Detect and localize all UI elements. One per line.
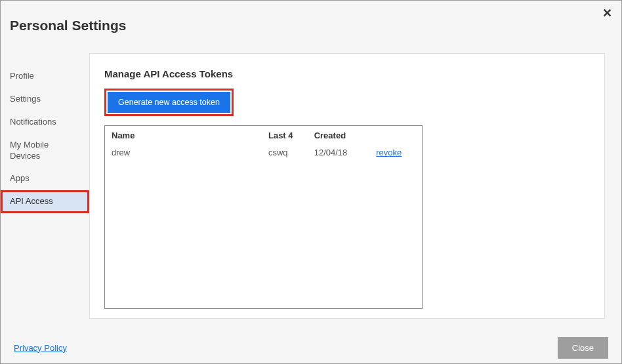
header-created: Created [314,131,377,140]
sidebar-item-api-access[interactable]: API Access [1,190,89,213]
page-title: Personal Settings [1,1,621,33]
sidebar-item-profile[interactable]: Profile [1,65,89,88]
sidebar-item-notifications[interactable]: Notifications [1,111,89,134]
header-action [376,131,415,140]
token-name: drew [112,148,268,157]
close-icon[interactable]: ✕ [602,6,612,20]
sidebar-item-apps[interactable]: Apps [1,167,89,190]
personal-settings-modal: ✕ Personal Settings Profile Settings Not… [1,1,621,363]
generate-button-highlight: Generate new access token [104,89,234,116]
sidebar-item-my-mobile-devices[interactable]: My Mobile Devices [1,134,89,168]
generate-token-button[interactable]: Generate new access token [108,92,230,113]
token-table-header: Name Last 4 Created [105,126,422,145]
privacy-policy-link[interactable]: Privacy Policy [14,343,67,353]
footer: Privacy Policy Close [1,332,621,363]
token-last4: cswq [268,148,314,157]
token-table: Name Last 4 Created drew cswq 12/04/18 r… [104,125,423,309]
table-row: drew cswq 12/04/18 revoke [105,145,422,160]
close-button[interactable]: Close [558,337,608,359]
sidebar-item-settings[interactable]: Settings [1,88,89,111]
sidebar: Profile Settings Notifications My Mobile… [1,53,89,319]
revoke-link[interactable]: revoke [376,148,402,157]
header-last4: Last 4 [268,131,314,140]
main-panel: Manage API Access Tokens Generate new ac… [89,53,605,319]
panel-title: Manage API Access Tokens [104,68,590,79]
header-name: Name [112,131,268,140]
token-created: 12/04/18 [314,148,377,157]
